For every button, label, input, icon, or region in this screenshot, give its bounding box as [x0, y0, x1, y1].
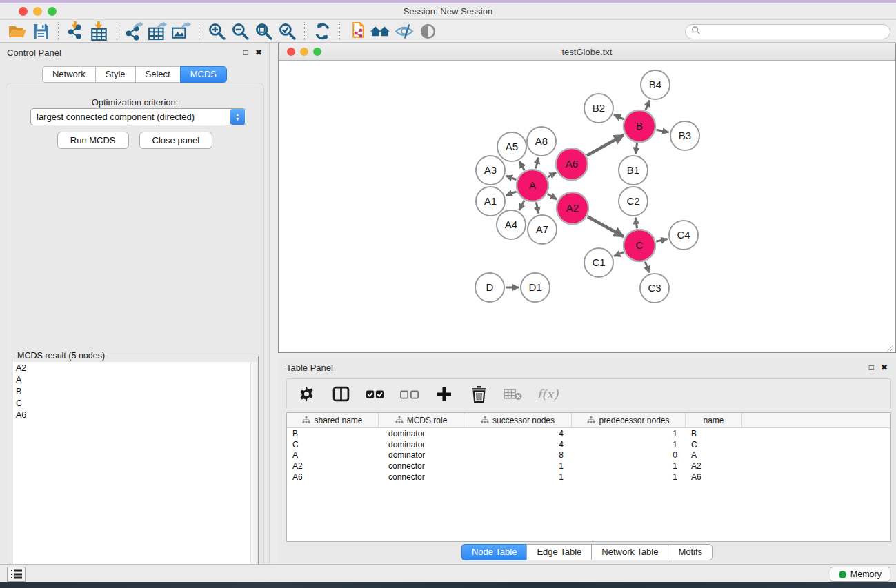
zoom-fit-icon[interactable]: [252, 21, 275, 41]
search-input[interactable]: [701, 27, 873, 37]
float-table-panel-icon[interactable]: □: [869, 363, 874, 372]
node-C3[interactable]: C3: [640, 274, 669, 303]
cell-shared-name[interactable]: A: [287, 450, 379, 460]
network-canvas[interactable]: B4B2BB3A8A5A6A3B1AA1C2A2A4A7C4CC1DD1C3: [279, 61, 895, 352]
network-window-titlebar[interactable]: testGlobe.txt: [279, 43, 895, 61]
cell-MCDS-role[interactable]: dominator: [379, 450, 464, 460]
tab-mcds[interactable]: MCDS: [180, 66, 227, 83]
table-row[interactable]: A2connector11A2: [287, 460, 890, 472]
node-B[interactable]: B: [624, 110, 655, 142]
edge-A2-C[interactable]: [588, 216, 624, 236]
node-D1[interactable]: D1: [521, 273, 550, 302]
hide-eye-icon[interactable]: [392, 21, 416, 41]
node-A[interactable]: A: [517, 170, 548, 201]
edge-A-A3[interactable]: [506, 176, 517, 179]
trash-icon[interactable]: [469, 384, 488, 405]
close-panel-button[interactable]: Close panel: [139, 132, 213, 149]
close-table-panel-icon[interactable]: ✖: [881, 363, 888, 372]
cell-shared-name[interactable]: A6: [287, 472, 379, 482]
cell-name[interactable]: B: [686, 429, 742, 438]
cell-name[interactable]: C: [686, 440, 742, 449]
cell-shared-name[interactable]: B: [287, 429, 379, 438]
node-A5[interactable]: A5: [497, 132, 526, 161]
tab-network[interactable]: Network: [42, 66, 95, 83]
deselect-all-icon[interactable]: [400, 384, 419, 405]
cell-name[interactable]: A2: [686, 461, 742, 471]
node-table[interactable]: shared nameMCDS rolesuccessor nodesprede…: [286, 412, 891, 542]
open-file-icon[interactable]: [6, 21, 29, 41]
export-network-icon[interactable]: [123, 21, 146, 41]
edge-C-C2[interactable]: [635, 218, 637, 228]
node-B1[interactable]: B1: [619, 156, 648, 185]
cell-MCDS-role[interactable]: connector: [379, 461, 464, 471]
zoom-selected-icon[interactable]: [275, 21, 299, 41]
cell-successor-nodes[interactable]: 1: [464, 461, 572, 471]
tab-edge-table[interactable]: Edge Table: [526, 544, 591, 560]
node-A6[interactable]: A6: [556, 148, 588, 180]
export-image-icon[interactable]: [170, 21, 193, 41]
import-network-icon[interactable]: [64, 21, 88, 41]
column-header-successor-nodes[interactable]: successor nodes: [464, 413, 572, 427]
zoom-out-icon[interactable]: [228, 21, 252, 41]
cell-predecessor-nodes[interactable]: 0: [572, 450, 686, 460]
cell-predecessor-nodes[interactable]: 1: [572, 472, 686, 482]
cell-successor-nodes[interactable]: 4: [464, 440, 572, 449]
cell-shared-name[interactable]: A2: [287, 461, 379, 471]
tab-node-table[interactable]: Node Table: [461, 544, 527, 560]
eye-icon[interactable]: [416, 21, 439, 41]
edge-B-B2[interactable]: [614, 115, 624, 119]
node-A4[interactable]: A4: [497, 210, 526, 239]
column-header-predecessor-nodes[interactable]: predecessor nodes: [572, 413, 686, 427]
memory-button[interactable]: Memory: [830, 567, 890, 582]
search-box[interactable]: [685, 24, 890, 39]
export-table-icon[interactable]: [146, 21, 170, 41]
tab-select[interactable]: Select: [135, 66, 180, 83]
edge-A-A4[interactable]: [519, 201, 524, 210]
edge-C-C3[interactable]: [645, 262, 649, 273]
run-mcds-button[interactable]: Run MCDS: [57, 132, 129, 149]
node-C1[interactable]: C1: [584, 248, 613, 277]
add-icon[interactable]: [435, 384, 454, 405]
cell-successor-nodes[interactable]: 8: [464, 450, 572, 460]
dropdown-stepper-icon[interactable]: ▲▼: [230, 109, 245, 125]
node-C4[interactable]: C4: [669, 221, 698, 250]
table-row[interactable]: A6connector11A6: [287, 472, 890, 483]
node-B4[interactable]: B4: [641, 70, 670, 99]
edge-C-C1[interactable]: [614, 252, 624, 256]
node-C[interactable]: C: [624, 230, 655, 261]
cell-shared-name[interactable]: C: [287, 440, 379, 449]
edge-B-B4[interactable]: [646, 100, 649, 110]
edge-B-B1[interactable]: [635, 143, 637, 154]
cell-predecessor-nodes[interactable]: 1: [572, 440, 686, 449]
node-B3[interactable]: B3: [670, 121, 699, 150]
edge-A-A5[interactable]: [519, 161, 524, 170]
result-scrollbar[interactable]: [250, 362, 257, 588]
edge-A-A6[interactable]: [548, 172, 556, 177]
select-all-icon[interactable]: [366, 384, 385, 405]
resize-grip-icon[interactable]: [886, 343, 894, 351]
zoom-in-icon[interactable]: [205, 21, 228, 41]
result-item[interactable]: A2: [13, 362, 251, 374]
close-panel-icon[interactable]: ✖: [255, 48, 262, 57]
cell-predecessor-nodes[interactable]: 1: [572, 429, 686, 438]
edge-A-A7[interactable]: [536, 202, 539, 213]
node-B2[interactable]: B2: [584, 94, 613, 123]
criterion-dropdown[interactable]: largest connected component (directed) ▲…: [30, 108, 246, 125]
result-item[interactable]: A6: [13, 409, 251, 420]
cell-successor-nodes[interactable]: 1: [464, 472, 572, 482]
main-titlebar[interactable]: Session: New Session: [0, 3, 896, 19]
edge-A-A8[interactable]: [536, 158, 538, 169]
edge-A-A2[interactable]: [548, 194, 557, 199]
node-A2[interactable]: A2: [557, 192, 588, 224]
columns-icon[interactable]: [331, 384, 350, 405]
gear-icon[interactable]: [297, 384, 316, 405]
cell-MCDS-role[interactable]: dominator: [379, 429, 464, 438]
duplicate-network-icon[interactable]: [346, 21, 369, 41]
task-history-button[interactable]: [7, 567, 26, 582]
cell-MCDS-role[interactable]: dominator: [379, 440, 464, 449]
table-row[interactable]: Adominator80A: [287, 450, 890, 461]
node-A3[interactable]: A3: [476, 156, 505, 185]
result-item[interactable]: A: [13, 374, 251, 385]
tab-style[interactable]: Style: [95, 66, 135, 83]
tab-network-table[interactable]: Network Table: [591, 544, 668, 560]
